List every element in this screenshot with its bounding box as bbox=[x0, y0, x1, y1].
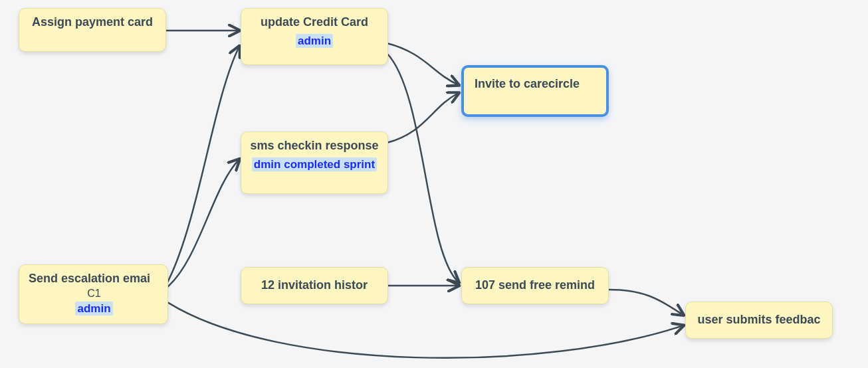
edge-sms-to-invite bbox=[387, 93, 459, 143]
node-title: Assign payment card bbox=[27, 15, 158, 30]
node-invite-carecircle[interactable]: Invite to carecircle bbox=[461, 65, 609, 117]
node-invitation-histor[interactable]: 12 invitation histor bbox=[241, 267, 388, 304]
node-title: 12 invitation histor bbox=[261, 278, 368, 293]
node-send-free-remind[interactable]: 107 send free remind bbox=[461, 267, 609, 304]
node-send-escalation[interactable]: Send escalation emai C1 admin bbox=[19, 264, 168, 324]
diagram-canvas[interactable]: Assign payment card update Credit Card a… bbox=[0, 0, 868, 368]
edge-escalation-to-sms bbox=[167, 159, 239, 287]
edge-remind-to-feedback bbox=[608, 290, 683, 315]
node-title: Send escalation emai bbox=[29, 272, 160, 286]
edge-escalation-to-feedback bbox=[167, 302, 683, 358]
node-title: Invite to carecircle bbox=[475, 77, 598, 92]
node-title: user submits feedbac bbox=[697, 313, 820, 327]
edge-update-to-invite bbox=[387, 43, 459, 85]
node-user-feedback[interactable]: user submits feedbac bbox=[685, 302, 833, 339]
node-title: update Credit Card bbox=[249, 15, 380, 30]
edge-update-to-remind bbox=[387, 53, 459, 282]
node-title: 107 send free remind bbox=[475, 278, 595, 293]
edge-escalation-to-update bbox=[167, 46, 239, 282]
node-tag-sprint: dmin completed sprint bbox=[252, 157, 377, 171]
node-update-credit[interactable]: update Credit Card admin bbox=[241, 8, 388, 65]
node-tag-admin: admin bbox=[296, 34, 333, 48]
node-title: sms checkin response bbox=[249, 139, 380, 153]
node-tag-admin: admin bbox=[75, 302, 112, 316]
node-sms-checkin[interactable]: sms checkin response dmin completed spri… bbox=[241, 132, 388, 194]
node-assign-payment[interactable]: Assign payment card bbox=[19, 8, 166, 52]
